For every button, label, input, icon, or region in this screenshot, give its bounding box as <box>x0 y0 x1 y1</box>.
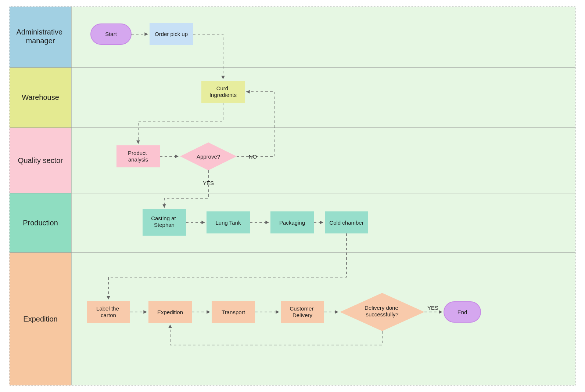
lane-body-admin <box>71 7 575 68</box>
node-customer-delivery-label: Customer Delivery <box>290 305 315 318</box>
node-expedition-label: Expedition <box>157 309 183 315</box>
node-delivery-done-label: Delivery done successfully? <box>365 305 400 317</box>
lane-label-quality: Quality sector <box>18 156 63 164</box>
lane-label-warehouse: Warehouse <box>22 93 59 101</box>
node-approve-label: Approve? <box>197 153 220 160</box>
lane-label-production: Production <box>23 219 58 227</box>
swimlane-flowchart: Administrative manager Warehouse Quality… <box>0 0 585 392</box>
node-lung-tank-label: Lung Tank <box>216 219 241 226</box>
node-start-label: Start <box>105 31 117 37</box>
lane-label-expedition: Expedition <box>23 315 57 323</box>
label-yes-approve: YES <box>203 180 214 186</box>
label-no: NO <box>249 153 257 160</box>
node-transport-label: Transport <box>222 309 245 315</box>
node-packaging-label: Packaging <box>279 219 305 226</box>
node-analysis-label: Product analysis <box>128 150 148 163</box>
label-yes-delivery: YES <box>427 305 438 311</box>
node-end-label: End <box>457 309 467 315</box>
node-casting-label: Casting at Stephan <box>151 215 177 228</box>
lane-body-warehouse <box>71 68 575 128</box>
node-order-pickup-label: Order pick up <box>155 31 188 37</box>
node-cold-chamber-label: Cold chamber <box>329 219 363 226</box>
